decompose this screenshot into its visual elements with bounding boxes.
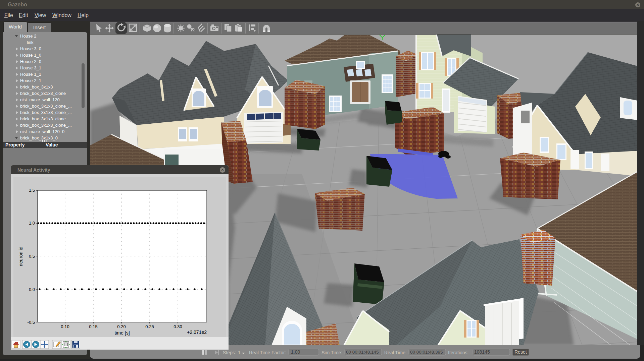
svg-text:Reset: Reset	[514, 349, 527, 355]
svg-text:Iterations:: Iterations:	[448, 350, 468, 355]
svg-text:1.0: 1.0	[29, 221, 35, 226]
svg-text:0.5: 0.5	[29, 254, 35, 259]
svg-text:1.00: 1.00	[291, 349, 300, 355]
svg-text:Steps:: Steps:	[223, 350, 236, 355]
svg-text:0.15: 0.15	[89, 324, 97, 329]
svg-text:-0.5: -0.5	[28, 320, 35, 325]
svg-text:108145: 108145	[474, 349, 490, 355]
svg-text:00 00:01:48.395: 00 00:01:48.395	[410, 350, 443, 355]
svg-text:Real Time:: Real Time:	[384, 350, 407, 355]
svg-text:00 00:01:48.145: 00 00:01:48.145	[346, 350, 379, 355]
svg-text:0.20: 0.20	[117, 324, 126, 329]
svg-text:1.5: 1.5	[29, 188, 35, 193]
svg-text:neuron id: neuron id	[18, 247, 23, 266]
svg-text:+2.071e2: +2.071e2	[187, 329, 207, 335]
svg-text:0.30: 0.30	[174, 324, 182, 329]
svg-text:time [s]: time [s]	[114, 330, 130, 336]
svg-text:Real Time Factor:: Real Time Factor:	[249, 350, 286, 355]
svg-text:Sim Time:: Sim Time:	[321, 350, 342, 355]
svg-text:0.25: 0.25	[145, 324, 154, 329]
svg-text:1: 1	[238, 350, 241, 355]
svg-text:0.0: 0.0	[29, 287, 35, 292]
svg-text:0.10: 0.10	[61, 324, 69, 329]
